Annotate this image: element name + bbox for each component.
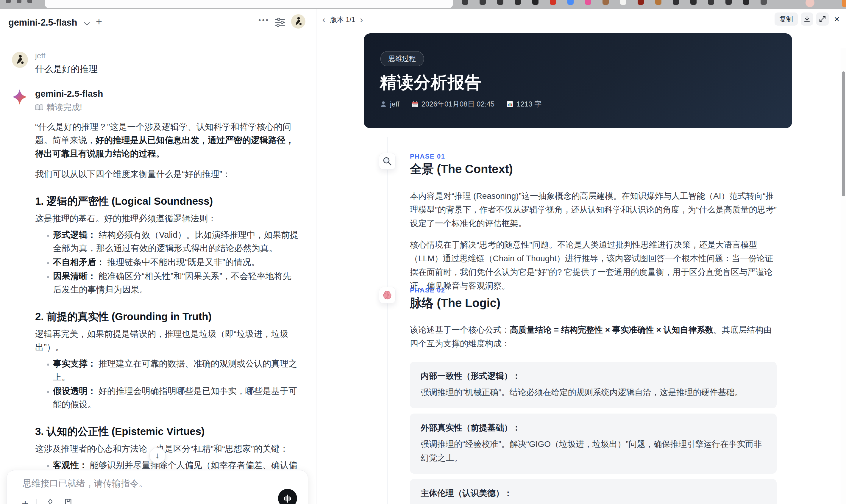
extension-icon[interactable] [567, 0, 574, 5]
section-lead: 这涉及推理者的心态和方法论，也是区分“杠精”和“思想家”的关键： [35, 442, 299, 455]
extension-icon[interactable] [532, 0, 539, 5]
section-lead: 这是推理的基石。好的推理必须遵循逻辑法则： [35, 212, 299, 225]
list-item: 形式逻辑： 结构必须有效（Valid）。比如演绎推理中，如果前提全部为真，那么通… [53, 228, 299, 255]
paragraph: “什么是好的推理？”这是一个涉及逻辑学、认知科学和哲学核心的问题。简单来说，好的… [35, 120, 299, 160]
report-meta: jeff 2026年01月08日 02:45 1213 字 [380, 100, 542, 109]
chevron-left-icon[interactable]: ‹ [322, 14, 325, 25]
extension-icon[interactable] [515, 0, 521, 5]
chat-scroll-area[interactable]: jeff 什么是好的推理 gemini-2.5-flash [0, 35, 316, 504]
list-item: 不自相矛盾： 推理链条中不能出现“既是又非”的情况。 [53, 256, 299, 269]
attach-plus-icon[interactable]: + [22, 498, 29, 504]
artifact-header: ‹ 版本 1/1 › 复制 × [316, 9, 846, 34]
timeline-connector [387, 137, 388, 504]
extension-icon[interactable] [655, 0, 662, 5]
list-item: 因果清晰： 能准确区分“相关性”和“因果关系”，不会轻率地将先后发生的事情归为因… [53, 270, 299, 296]
sparkle-icon[interactable] [45, 498, 56, 504]
scroll-to-bottom-button[interactable]: ↓ [149, 448, 165, 464]
expand-icon[interactable] [816, 13, 829, 25]
waveform-icon [282, 493, 293, 503]
phase-label: PHASE 02 [410, 286, 777, 294]
extension-icon[interactable] [690, 0, 697, 5]
assistant-message-body: “什么是好的推理？”这是一个涉及逻辑学、认知科学和哲学核心的问题。简单来说，好的… [35, 120, 299, 504]
extension-icon[interactable] [585, 0, 591, 5]
extension-icon[interactable] [638, 0, 644, 5]
phase-paragraph: 该论述基于一个核心公式：高质量结论 = 结构完整性 × 事实准确性 × 认知自律… [410, 323, 777, 350]
version-label: 版本 1/1 [330, 15, 355, 24]
extension-icon[interactable] [497, 0, 504, 5]
assistant-name: gemini-2.5-flash [35, 88, 299, 100]
chevron-right-icon[interactable]: › [360, 14, 363, 25]
extension-icon[interactable] [550, 0, 556, 5]
list-item: 假设透明： 好的推理会明确指明哪些是已知事实，哪些是基于可能的假设。 [53, 384, 299, 411]
logic-card: 内部一致性（形式逻辑）： 强调推理的“机械正确”。结论必须在给定的规则系统内逻辑… [410, 362, 777, 408]
phase-paragraph: 本内容是对“推理 (Reasoning)”这一抽象概念的高层建模。在知识爆炸与人… [410, 189, 777, 230]
assistant-message: gemini-2.5-flash 精读完成! “什么是好的推理？”这是一个涉及逻… [35, 88, 299, 504]
chevron-down-icon[interactable] [84, 22, 90, 25]
brain-icon [379, 287, 395, 304]
extension-icon[interactable] [462, 0, 468, 5]
more-menu-button[interactable]: ••• [258, 16, 269, 24]
message-composer[interactable]: 思维接口已就绪，请传输指令。 + [6, 470, 308, 504]
report-word-count: 1213 字 [506, 100, 542, 109]
arrow-down-icon: ↓ [155, 451, 160, 460]
extension-icon[interactable] [725, 0, 732, 5]
section-heading: 1. 逻辑的严密性 (Logical Soundness) [35, 195, 299, 208]
extension-icon[interactable] [743, 0, 749, 5]
user-message-text: 什么是好的推理 [35, 62, 299, 76]
browser-edge-avatar[interactable] [842, 0, 846, 7]
phase-2-section: PHASE 02 脉络 (The Logic) 该论述基于一个核心公式：高质量结… [410, 286, 777, 504]
browser-toolbar [0, 0, 846, 9]
user-name: jeff [35, 51, 299, 61]
report-hero-card: 思维过程 精读分析报告 jeff 2026年01月08日 02:45 1213 … [364, 33, 792, 128]
person-icon [380, 101, 387, 108]
bullet-list: 事实支撑： 推理建立在可靠的数据、准确的观测或公认的真理之上。 假设透明： 好的… [35, 357, 299, 411]
report-badge: 思维过程 [381, 51, 424, 66]
phase-1-section: PHASE 01 全景 (The Context) 本内容是对“推理 (Reas… [410, 152, 777, 293]
magnifier-icon [379, 153, 395, 169]
sliders-icon[interactable] [275, 17, 286, 28]
artifact-scrollbar[interactable] [841, 48, 846, 504]
model-title[interactable]: gemini-2.5-flash [8, 17, 77, 28]
user-avatar[interactable] [291, 14, 305, 29]
scrollbar-thumb[interactable] [842, 71, 845, 196]
browser-nav-icon[interactable] [28, 0, 32, 3]
section-lead: 逻辑再完美，如果前提是错误的，推理也是垃圾（即“垃圾进，垃圾出”）。 [35, 327, 299, 354]
section-heading: 2. 前提的真实性 (Grounding in Truth) [35, 310, 299, 323]
paragraph: 我们可以从以下四个维度来衡量什么是“好的推理”： [35, 167, 299, 181]
extension-icon[interactable] [673, 0, 679, 5]
artifact-panel: ‹ 版本 1/1 › 复制 × 思维过 [316, 9, 846, 504]
logic-card: 外部真实性（前提基础）： 强调推理的“经验校准”。解决“GIGO（垃圾进，垃圾出… [410, 414, 777, 474]
logic-card-list: 内部一致性（形式逻辑）： 强调推理的“机械正确”。结论必须在给定的规则系统内逻辑… [410, 362, 777, 504]
address-bar[interactable] [45, 0, 453, 8]
extension-icons[interactable] [462, 0, 767, 5]
bar-chart-icon [506, 101, 513, 108]
extension-icon[interactable] [479, 0, 486, 5]
report-author: jeff [380, 100, 400, 108]
extension-icon[interactable] [602, 0, 609, 5]
phase-label: PHASE 01 [410, 152, 777, 161]
extension-icon[interactable] [708, 0, 714, 5]
extension-icon[interactable] [620, 0, 626, 5]
new-chat-button[interactable]: + [96, 16, 102, 28]
bookmark-icon[interactable] [64, 498, 72, 504]
list-item: 事实支撑： 推理建立在可靠的数据、准确的观测或公认的真理之上。 [53, 357, 299, 384]
artifact-actions: 复制 × [775, 13, 842, 25]
browser-nav-icon[interactable] [6, 0, 11, 3]
assistant-status: 精读完成! [35, 102, 299, 113]
browser-profile-avatar[interactable] [806, 0, 814, 7]
bullet-list: 形式逻辑： 结构必须有效（Valid）。比如演绎推理中，如果前提全部为真，那么通… [35, 228, 299, 296]
copy-button[interactable]: 复制 [775, 13, 798, 25]
app-window: gemini-2.5-flash + ••• [0, 0, 846, 504]
open-book-icon [35, 104, 43, 111]
composer-toolbar: + [22, 498, 72, 504]
phase-title: 脉络 (The Logic) [410, 296, 777, 310]
browser-nav-icon[interactable] [17, 0, 21, 3]
toolbar-divider [36, 499, 37, 504]
calendar-icon [411, 101, 419, 108]
close-icon[interactable]: × [832, 13, 842, 25]
phase-paragraph: 核心情境在于解决“思考的随意性”问题。不论是人类通过批判性思维进行决策，还是大语… [410, 238, 777, 293]
extension-icon[interactable] [761, 0, 767, 5]
download-icon[interactable] [801, 13, 813, 25]
user-avatar[interactable] [12, 52, 28, 68]
voice-input-button[interactable] [278, 489, 297, 504]
